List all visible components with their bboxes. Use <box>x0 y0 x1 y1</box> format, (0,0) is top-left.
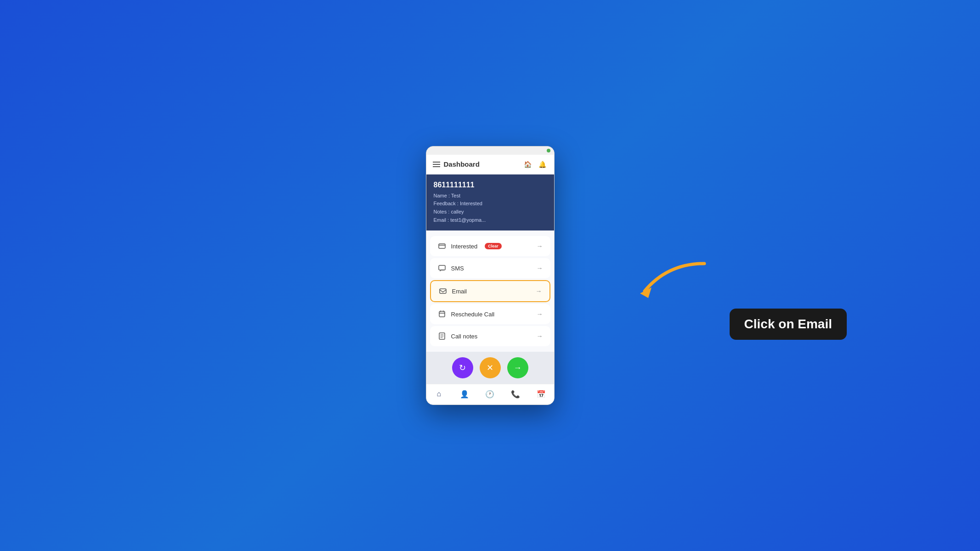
menu-item-reschedule[interactable]: Reschedule Call → <box>430 304 550 324</box>
phone-mockup: Dashboard 🏠 🔔 8611111111 Name : Test Fee… <box>426 146 555 405</box>
svg-rect-3 <box>439 311 445 317</box>
menu-item-email[interactable]: Email → <box>430 280 550 302</box>
interested-label: Interested <box>451 243 478 250</box>
interested-arrow: → <box>537 242 543 250</box>
calendar-nav-icon: 📅 <box>536 389 546 399</box>
annotation-arrow <box>631 254 714 309</box>
contact-number: 8611111111 <box>434 181 547 189</box>
sms-icon <box>437 264 447 273</box>
menu-item-sms[interactable]: SMS → <box>430 258 550 278</box>
interested-icon <box>437 242 447 251</box>
menu-item-left-interested: Interested Clear <box>437 242 502 251</box>
email-label: Email <box>452 288 467 295</box>
nav-calendar[interactable]: 📅 <box>536 389 546 399</box>
bell-icon[interactable]: 🔔 <box>538 159 548 169</box>
scene: Dashboard 🏠 🔔 8611111111 Name : Test Fee… <box>0 0 980 551</box>
menu-list: Interested Clear → SMS → <box>426 231 554 352</box>
home-nav-icon: ⌂ <box>434 389 444 399</box>
reschedule-arrow: → <box>537 310 543 318</box>
contact-feedback: Feedback : Interested <box>434 200 547 208</box>
reschedule-icon <box>437 309 447 319</box>
browser-bar <box>426 146 554 155</box>
browser-dot <box>547 149 550 152</box>
history-nav-icon: 🕐 <box>485 389 495 399</box>
sms-arrow: → <box>537 264 543 272</box>
contact-name: Name : Test <box>434 192 547 200</box>
contacts-nav-icon: 👤 <box>459 389 470 399</box>
call-notes-label: Call notes <box>451 333 478 340</box>
hamburger-icon[interactable] <box>433 162 440 167</box>
menu-item-left-email: Email <box>438 287 467 296</box>
svg-rect-0 <box>439 244 445 248</box>
reschedule-label: Reschedule Call <box>451 311 495 318</box>
svg-rect-2 <box>440 289 446 293</box>
nav-contacts[interactable]: 👤 <box>459 389 470 399</box>
call-notes-arrow: → <box>537 332 543 340</box>
cancel-button[interactable]: ✕ <box>480 357 501 378</box>
menu-item-interested[interactable]: Interested Clear → <box>430 236 550 256</box>
forward-button[interactable]: → <box>507 357 528 378</box>
email-arrow: → <box>536 287 542 295</box>
contact-email: Email : test1@yopma... <box>434 216 547 225</box>
call-notes-icon <box>437 332 447 341</box>
calls-nav-icon: 📞 <box>510 389 521 399</box>
header-title: Dashboard <box>444 160 480 168</box>
contact-card: 8611111111 Name : Test Feedback : Intere… <box>426 174 554 231</box>
header-left: Dashboard <box>433 160 480 168</box>
app-header: Dashboard 🏠 🔔 <box>426 155 554 174</box>
clear-badge: Clear <box>485 243 502 249</box>
email-icon <box>438 287 448 296</box>
nav-history[interactable]: 🕐 <box>485 389 495 399</box>
header-icons: 🏠 🔔 <box>523 159 548 169</box>
nav-calls[interactable]: 📞 <box>510 389 521 399</box>
refresh-button[interactable]: ↻ <box>452 357 473 378</box>
svg-rect-1 <box>439 265 445 270</box>
bottom-nav: ⌂ 👤 🕐 📞 📅 <box>426 384 554 405</box>
menu-item-left-reschedule: Reschedule Call <box>437 309 495 319</box>
tooltip-box: Click on Email <box>730 309 847 340</box>
menu-item-left-call-notes: Call notes <box>437 332 478 341</box>
tooltip-text: Click on Email <box>744 317 832 331</box>
contact-notes: Notes : calley <box>434 208 547 216</box>
action-row: ↻ ✕ → <box>426 352 554 384</box>
menu-item-call-notes[interactable]: Call notes → <box>430 326 550 346</box>
sms-label: SMS <box>451 265 464 272</box>
menu-item-left-sms: SMS <box>437 264 464 273</box>
home-icon[interactable]: 🏠 <box>523 159 533 169</box>
nav-home[interactable]: ⌂ <box>434 389 444 399</box>
